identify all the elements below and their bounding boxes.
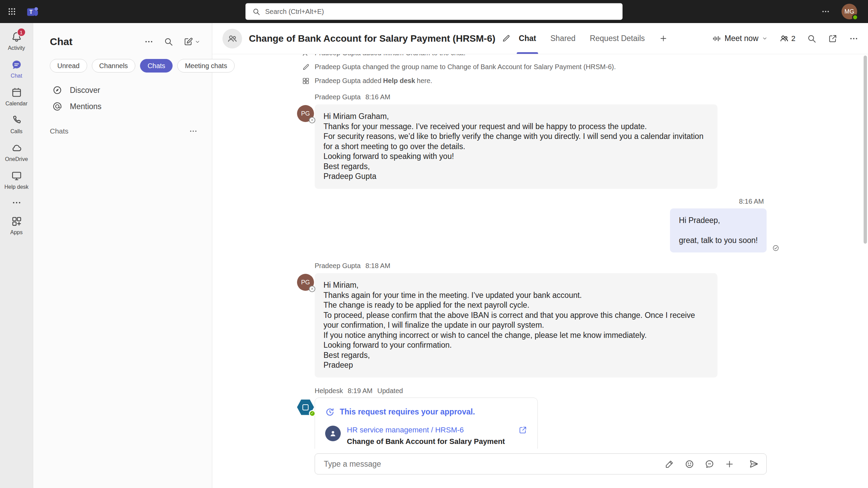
new-chat-button[interactable]	[183, 37, 200, 46]
message-author: Helpdesk	[315, 387, 343, 395]
chat-tabs: Chat Shared Request Details	[519, 23, 668, 54]
message-time: 8:19 AM	[348, 387, 372, 395]
presence-offline-icon: ✕	[309, 117, 315, 123]
presence-offline-icon: ✕	[309, 286, 315, 292]
search-icon	[807, 34, 816, 43]
rail-label: Calls	[11, 128, 23, 135]
message-composer[interactable]	[315, 453, 767, 474]
rail-item-chat[interactable]: Chat	[0, 55, 33, 83]
read-receipt-icon	[772, 244, 780, 252]
profile-initials: MG	[845, 8, 854, 15]
sender-avatar[interactable]: PG ✕	[297, 274, 314, 291]
open-in-new-window-button[interactable]	[828, 34, 837, 43]
sidebar-item-discover[interactable]: Discover	[33, 82, 212, 98]
rail-item-onedrive[interactable]: OneDrive	[0, 138, 33, 166]
sticker-button[interactable]	[705, 459, 714, 469]
plus-icon	[659, 34, 668, 43]
request-link[interactable]: HR service management / HRSM-6	[347, 426, 505, 434]
group-chat-avatar[interactable]	[222, 29, 242, 48]
chat-search-in-conversation-button[interactable]	[807, 34, 816, 43]
conversation-pane: Change of Bank Account for Salary Paymen…	[212, 23, 868, 488]
filter-meeting-chats[interactable]: Meeting chats	[177, 59, 235, 73]
rail-item-activity[interactable]: Activity 1	[0, 27, 33, 55]
ellipsis-icon	[189, 127, 198, 136]
message-row: PG ✕ Hi Miriam Graham, Thanks for your m…	[315, 104, 717, 189]
message-time: 8:18 AM	[366, 262, 390, 270]
chevron-down-icon	[762, 36, 768, 41]
search-input[interactable]	[265, 8, 616, 16]
external-link-icon	[518, 426, 527, 434]
popout-icon	[828, 34, 837, 43]
rail-more-button[interactable]	[0, 194, 33, 211]
format-button[interactable]	[665, 459, 674, 469]
message-author: Pradeep Gupta	[315, 93, 361, 101]
message-time: 8:16 AM	[739, 198, 764, 205]
participants-button[interactable]: 2	[779, 34, 795, 43]
meet-now-button[interactable]: Meet now	[712, 34, 768, 43]
tab-chat[interactable]: Chat	[519, 23, 536, 54]
add-tab-button[interactable]	[659, 34, 668, 43]
soundwave-icon	[712, 34, 721, 43]
sticker-bubble-icon	[705, 459, 714, 469]
meet-now-label: Meet now	[725, 34, 758, 43]
sidebar-item-mentions[interactable]: Mentions	[33, 98, 212, 115]
pane-title: Chat	[50, 36, 73, 47]
request-subject: Change of Bank Account for Salary Paymen…	[347, 437, 505, 446]
edit-chat-name-button[interactable]	[501, 34, 511, 43]
global-search[interactable]	[245, 3, 623, 20]
filter-chats[interactable]: Chats	[140, 59, 173, 73]
message-bubble: Hi Miriam Graham, Thanks for your messag…	[315, 104, 717, 189]
chat-filters-more-button[interactable]	[144, 37, 154, 46]
sender-avatar[interactable]: PG ✕	[297, 105, 314, 122]
tab-request-details[interactable]: Request Details	[590, 23, 645, 54]
app-launcher-button[interactable]	[0, 0, 24, 23]
message-stream: Pradeep Gupta added Miriam Graham to the…	[212, 54, 868, 449]
apps-icon	[11, 216, 22, 227]
send-button[interactable]	[749, 459, 759, 469]
chats-section-title: Chats	[50, 127, 68, 135]
topbar: T MG	[0, 0, 868, 23]
cloud-icon	[11, 142, 22, 154]
people-icon	[302, 54, 311, 58]
plus-icon	[725, 459, 734, 469]
tab-shared[interactable]: Shared	[550, 23, 575, 54]
emoji-icon	[685, 459, 694, 469]
chat-list-pane: Chat Unrea	[33, 23, 212, 488]
participant-count: 2	[791, 34, 795, 43]
helpdesk-bot-avatar[interactable]: ✓	[297, 400, 314, 415]
rail-label: Apps	[10, 229, 22, 236]
chat-search-button[interactable]	[164, 37, 173, 46]
chats-section-more-button[interactable]	[189, 127, 198, 136]
rail-item-calendar[interactable]: Calendar	[0, 83, 33, 110]
rail-item-helpdesk[interactable]: Help desk	[0, 166, 33, 194]
rail-item-calls[interactable]: Calls	[0, 110, 33, 138]
message-meta: Pradeep Gupta 8:16 AM	[315, 93, 767, 101]
topbar-more-button[interactable]	[821, 7, 830, 16]
activity-badge: 1	[17, 28, 26, 37]
sidebar-item-label: Mentions	[70, 102, 101, 111]
message-status: Updated	[377, 387, 403, 395]
rail-label: Chat	[11, 73, 22, 79]
conversation-more-button[interactable]	[849, 34, 859, 43]
message-row: PG ✕ Hi Miriam, Thanks again for your ti…	[315, 273, 717, 378]
person-icon	[329, 429, 337, 438]
chat-title: Change of Bank Account for Salary Paymen…	[249, 33, 495, 44]
filter-unread[interactable]: Unread	[50, 59, 87, 73]
format-pen-icon	[665, 459, 674, 469]
attach-plus-button[interactable]	[725, 459, 734, 469]
open-request-button[interactable]	[513, 426, 527, 434]
people-icon	[779, 34, 789, 43]
verified-check-icon: ✓	[309, 410, 316, 417]
ellipsis-icon	[144, 37, 154, 46]
chat-filter-pills: Unread Channels Chats Meeting chats	[33, 47, 212, 73]
svg-text:T: T	[29, 9, 33, 15]
scrollbar-thumb[interactable]	[864, 56, 867, 244]
rail-item-apps[interactable]: Apps	[0, 211, 33, 239]
own-message-bubble: Hi Pradeep, great, talk to you soon!	[670, 208, 767, 253]
rail-label: Help desk	[4, 184, 28, 190]
emoji-button[interactable]	[685, 459, 694, 469]
profile-avatar[interactable]: MG	[842, 4, 857, 19]
approval-card: This request requires your approval. HR …	[315, 398, 538, 449]
message-input[interactable]	[324, 460, 665, 469]
filter-channels[interactable]: Channels	[92, 59, 136, 73]
